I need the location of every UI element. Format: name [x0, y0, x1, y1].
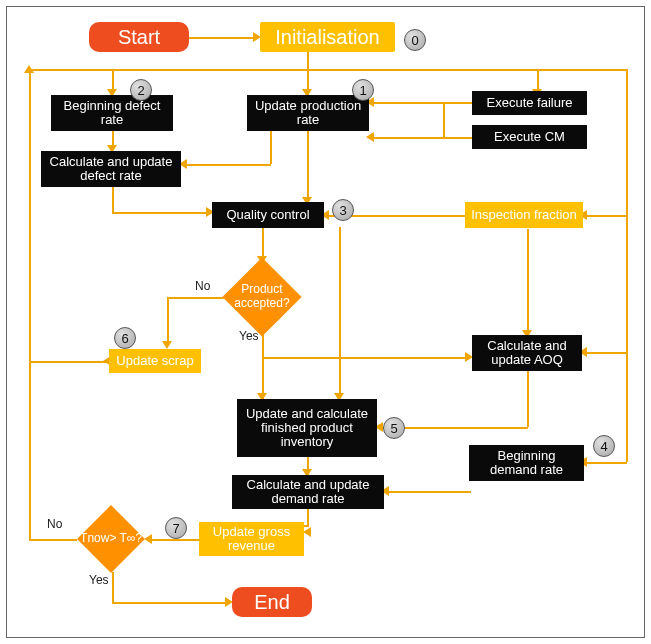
edge — [443, 102, 445, 138]
edge — [185, 164, 271, 166]
edge — [262, 357, 467, 359]
edge — [29, 539, 77, 541]
edge — [262, 331, 264, 401]
edge — [585, 215, 627, 217]
begin-demand-node: Beginning demand rate — [469, 445, 584, 481]
calc-demand-node: Calculate and update demand rate — [232, 475, 384, 509]
arrowhead — [24, 65, 34, 73]
edge — [585, 352, 627, 354]
edge — [307, 69, 309, 91]
edge — [372, 137, 472, 139]
edge — [29, 361, 111, 363]
label-time-yes: Yes — [89, 573, 109, 587]
decision-accepted-label: Product accepted? — [234, 283, 289, 311]
badge-5: 5 — [383, 417, 405, 439]
edge — [112, 69, 114, 91]
edge — [270, 129, 272, 164]
edge — [167, 297, 227, 299]
edge — [307, 129, 309, 203]
edge — [626, 69, 628, 462]
edge — [262, 227, 264, 259]
edge — [112, 602, 227, 604]
edge — [189, 37, 255, 39]
decision-time-label: Tnow> T∞? — [80, 532, 142, 546]
edge — [387, 491, 471, 493]
label-accept-no: No — [195, 279, 210, 293]
edge — [112, 212, 208, 214]
arrowhead — [144, 534, 152, 544]
arrowhead — [162, 341, 172, 349]
decision-accepted-node: Product accepted? — [222, 257, 301, 336]
edge — [585, 462, 627, 464]
diagram-frame: Start Initialisation Beginning defect ra… — [6, 6, 645, 638]
update-inventory-node: Update and calculate finished product in… — [237, 399, 377, 457]
calc-aoq-node: Calculate and update AOQ — [472, 335, 582, 371]
badge-2: 2 — [130, 79, 152, 101]
init-node: Initialisation — [260, 22, 395, 52]
decision-time-node: Tnow> T∞? — [77, 505, 145, 573]
arrowhead — [366, 132, 374, 142]
badge-1: 1 — [352, 79, 374, 101]
update-prod-node: Update production rate — [247, 95, 369, 131]
edge — [527, 229, 529, 334]
update-scrap-node: Update scrap — [109, 349, 201, 373]
edge — [150, 539, 200, 541]
edge — [112, 185, 114, 213]
arrowhead — [303, 527, 311, 537]
badge-0: 0 — [404, 29, 426, 51]
calc-defect-node: Calculate and update defect rate — [41, 151, 181, 187]
edge — [527, 371, 529, 427]
edge — [307, 507, 309, 525]
start-node: Start — [89, 22, 189, 52]
label-time-no: No — [47, 517, 62, 531]
edge — [537, 69, 539, 91]
exec-failure-node: Execute failure — [472, 91, 587, 115]
badge-6: 6 — [114, 327, 136, 349]
badge-4: 4 — [593, 435, 615, 457]
begin-defect-node: Beginning defect rate — [51, 95, 173, 131]
edge — [29, 69, 31, 539]
edge — [372, 102, 472, 104]
label-accept-yes: Yes — [239, 329, 259, 343]
end-node: End — [232, 587, 312, 617]
edge — [112, 572, 114, 602]
badge-7: 7 — [165, 517, 187, 539]
update-gross-node: Update gross revenue — [199, 522, 304, 556]
quality-node: Quality control — [212, 202, 324, 228]
edge — [339, 227, 341, 397]
exec-cm-node: Execute CM — [472, 125, 587, 149]
inspection-fraction-node: Inspection fraction — [465, 202, 583, 228]
badge-3: 3 — [332, 199, 354, 221]
edge — [167, 297, 169, 345]
